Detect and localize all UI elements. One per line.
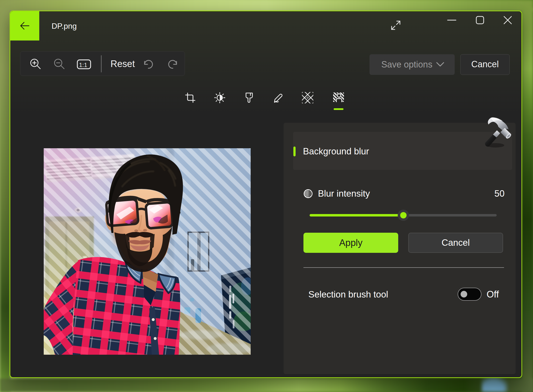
svg-text:1:1: 1:1: [79, 62, 87, 68]
